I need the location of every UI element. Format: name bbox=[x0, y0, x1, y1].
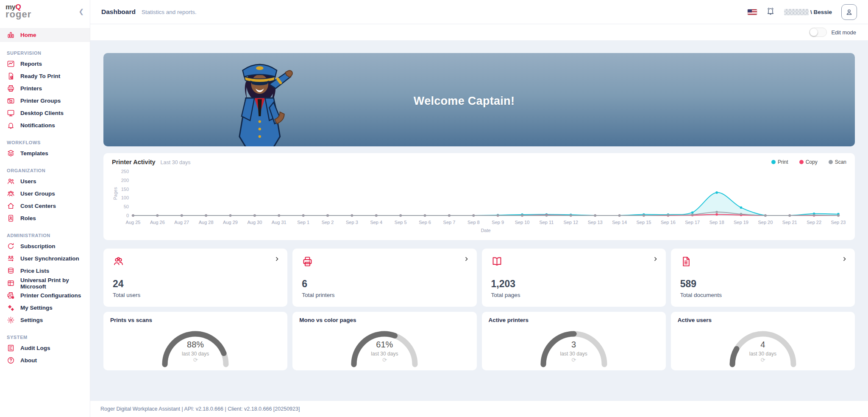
svg-text:50: 50 bbox=[124, 204, 129, 209]
sidebar-item-printer-groups[interactable]: Printer Groups bbox=[0, 95, 90, 107]
gauge-value: 4 bbox=[721, 340, 805, 350]
sidebar-item-roles[interactable]: Roles bbox=[0, 212, 90, 224]
welcome-message: Welcome Captain! bbox=[414, 95, 515, 108]
sidebar-item-label: Cost Centers bbox=[20, 203, 56, 209]
svg-text:Aug 31: Aug 31 bbox=[272, 220, 287, 225]
refresh-icon[interactable]: ⟳ bbox=[531, 358, 616, 363]
sidebar-item-about[interactable]: About bbox=[0, 354, 90, 367]
about-icon bbox=[7, 356, 15, 364]
svg-text:Sep 3: Sep 3 bbox=[346, 220, 358, 225]
sidebar-item-label: Users bbox=[20, 178, 36, 185]
sidebar-item-printer-configurations[interactable]: Printer Configurations bbox=[0, 289, 90, 302]
sidebar-item-templates[interactable]: Templates bbox=[0, 147, 90, 160]
chevron-right-icon[interactable] bbox=[274, 256, 280, 263]
sidebar-item-price-lists[interactable]: Price Lists bbox=[0, 265, 90, 277]
gauge-card-prints-vs-scans: Prints vs scans 88% last 30 days ⟳ bbox=[103, 312, 287, 370]
notifications-bell-icon[interactable] bbox=[766, 7, 775, 17]
sidebar-item-universal-print-by-microsoft[interactable]: Universal Print by Microsoft bbox=[0, 277, 90, 289]
svg-text:Sep 2: Sep 2 bbox=[322, 220, 334, 225]
sidebar-item-home[interactable]: Home bbox=[0, 28, 90, 42]
svg-text:Sep 9: Sep 9 bbox=[492, 220, 504, 225]
refresh-icon[interactable]: ⟳ bbox=[342, 358, 427, 363]
stat-value: 589 bbox=[680, 278, 846, 290]
chevron-right-icon[interactable] bbox=[464, 256, 469, 263]
settings-icon bbox=[7, 316, 15, 324]
redacted-tenant-name bbox=[784, 9, 809, 15]
sidebar-item-label: Home bbox=[20, 32, 36, 38]
cost-centers-icon bbox=[7, 202, 15, 210]
svg-text:Sep 23: Sep 23 bbox=[831, 220, 846, 225]
stat-label: Total printers bbox=[302, 292, 467, 298]
svg-text:0: 0 bbox=[126, 213, 129, 218]
universal-print-icon bbox=[7, 279, 15, 287]
topbar-right: \ Bessie bbox=[748, 4, 857, 20]
sidebar-item-my-settings[interactable]: My Settings bbox=[0, 302, 90, 314]
sidebar-item-printers[interactable]: Printers bbox=[0, 82, 90, 95]
sidebar-item-desktop-clients[interactable]: Desktop Clients bbox=[0, 107, 90, 119]
welcome-banner: Welcome Captain! bbox=[103, 53, 855, 146]
svg-text:Sep 13: Sep 13 bbox=[588, 220, 603, 225]
roles-icon bbox=[7, 214, 15, 222]
language-flag-icon[interactable] bbox=[748, 9, 757, 15]
chevron-right-icon[interactable] bbox=[653, 256, 658, 263]
sidebar-item-settings[interactable]: Settings bbox=[0, 314, 90, 326]
sidebar-item-users[interactable]: Users bbox=[0, 175, 90, 188]
svg-text:Sep 10: Sep 10 bbox=[515, 220, 530, 225]
audit-logs-icon bbox=[7, 344, 15, 352]
stat-card-total-documents[interactable]: 589 Total documents bbox=[671, 249, 855, 307]
legend-copy[interactable]: Copy bbox=[799, 159, 818, 165]
legend-print[interactable]: Print bbox=[771, 159, 788, 165]
sidebar-item-label: User Synchronization bbox=[20, 255, 79, 262]
price-lists-icon bbox=[7, 267, 15, 275]
main-area: Dashboard Statistics and reports. \ Bess… bbox=[90, 0, 868, 417]
sidebar-item-label: Reports bbox=[20, 61, 42, 67]
sidebar-section-supervision: SUPERVISION bbox=[7, 50, 90, 56]
gauge-caption: last 30 days bbox=[531, 351, 616, 357]
svg-text:250: 250 bbox=[121, 169, 129, 174]
sidebar-item-subscription[interactable]: Subscription bbox=[0, 240, 90, 252]
app-logo[interactable]: myQ roger ❮ bbox=[0, 0, 90, 22]
svg-text:Aug 29: Aug 29 bbox=[223, 220, 238, 225]
sidebar-item-label: Printer Groups bbox=[20, 98, 61, 104]
gauge-card-active-users: Active users 4 last 30 days ⟳ bbox=[671, 312, 855, 370]
stat-cards-row: 24 Total users 6 Total printers 1,203 To… bbox=[103, 249, 855, 307]
stat-card-total-users[interactable]: 24 Total users bbox=[103, 249, 287, 307]
templates-icon bbox=[7, 149, 15, 157]
sidebar-item-audit-logs[interactable]: Audit Logs bbox=[0, 342, 90, 354]
sidebar-item-user-synchronization[interactable]: User Synchronization bbox=[0, 252, 90, 265]
stat-book-icon bbox=[491, 261, 503, 269]
user-avatar-button[interactable] bbox=[841, 4, 857, 20]
stat-document-icon bbox=[680, 261, 692, 269]
chart-header: Printer Activity Last 30 days PrintCopyS… bbox=[112, 159, 846, 165]
svg-text:Pages: Pages bbox=[113, 187, 118, 200]
stat-card-total-printers[interactable]: 6 Total printers bbox=[292, 249, 476, 307]
gauge-card-active-printers: Active printers 3 last 30 days ⟳ bbox=[482, 312, 666, 370]
notifications-icon bbox=[7, 121, 15, 129]
edit-mode-toggle[interactable] bbox=[809, 28, 827, 37]
sidebar-item-ready-to-print[interactable]: Ready To Print bbox=[0, 70, 90, 82]
stat-printer-icon bbox=[302, 261, 313, 269]
svg-text:Sep 8: Sep 8 bbox=[467, 220, 480, 225]
stat-card-total-pages[interactable]: 1,203 Total pages bbox=[482, 249, 666, 307]
sidebar-item-label: My Settings bbox=[20, 305, 53, 311]
chevron-right-icon[interactable] bbox=[842, 256, 847, 263]
sidebar-item-user-groups[interactable]: User Groups bbox=[0, 188, 90, 200]
svg-text:Date: Date bbox=[481, 228, 490, 233]
sidebar-collapse-icon[interactable]: ❮ bbox=[78, 8, 84, 15]
svg-text:Sep 4: Sep 4 bbox=[370, 220, 382, 225]
legend-scan[interactable]: Scan bbox=[829, 159, 846, 165]
printers-icon bbox=[7, 84, 15, 92]
svg-text:200: 200 bbox=[121, 178, 129, 183]
users-icon bbox=[7, 177, 15, 185]
svg-text:Sep 19: Sep 19 bbox=[734, 220, 748, 225]
desktop-clients-icon bbox=[7, 109, 15, 117]
sidebar-item-cost-centers[interactable]: Cost Centers bbox=[0, 200, 90, 212]
sidebar-item-label: Universal Print by Microsoft bbox=[20, 277, 90, 290]
sidebar-item-reports[interactable]: Reports bbox=[0, 58, 90, 70]
sidebar-item-label: Audit Logs bbox=[20, 345, 50, 351]
refresh-icon[interactable]: ⟳ bbox=[721, 358, 805, 363]
sidebar-item-label: Settings bbox=[20, 317, 43, 323]
gauge-value: 88% bbox=[153, 340, 238, 350]
sidebar-item-notifications[interactable]: Notifications bbox=[0, 119, 90, 132]
refresh-icon[interactable]: ⟳ bbox=[153, 358, 238, 363]
